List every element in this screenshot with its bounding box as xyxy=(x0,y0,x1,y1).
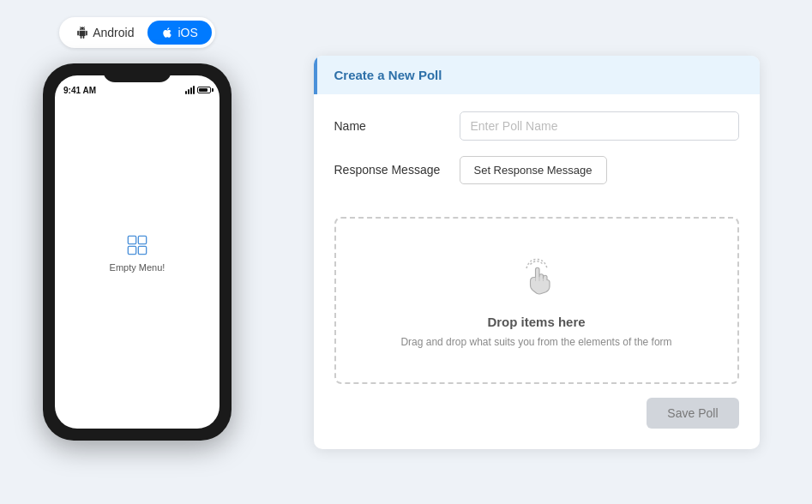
name-label: Name xyxy=(334,119,446,133)
svg-rect-2 xyxy=(128,246,135,254)
android-label: Android xyxy=(93,26,134,39)
drop-subtitle: Drag and drop what suits you from the el… xyxy=(400,336,671,348)
poll-header-title: Create a New Poll xyxy=(334,68,442,82)
phone-shell: 9:41 AM Empty Menu! xyxy=(43,63,232,441)
ios-label: iOS xyxy=(177,26,197,39)
signal-icon xyxy=(185,86,195,94)
android-tab[interactable]: Android xyxy=(63,21,147,45)
apple-icon xyxy=(161,27,173,39)
drop-zone: Drop items here Drag and drop what suits… xyxy=(334,217,739,384)
svg-rect-0 xyxy=(128,236,135,243)
empty-menu-label: Empty Menu! xyxy=(110,262,165,273)
battery-icon xyxy=(197,87,211,93)
set-response-button[interactable]: Set Response Message xyxy=(460,156,607,184)
drop-title: Drop items here xyxy=(487,315,585,329)
name-input[interactable] xyxy=(460,111,739,141)
name-row: Name xyxy=(334,111,739,141)
svg-rect-3 xyxy=(138,246,146,254)
poll-header: Create a New Poll xyxy=(314,56,760,94)
status-time: 9:41 AM xyxy=(63,86,96,95)
right-panel: Create a New Poll Name Response Message … xyxy=(274,0,812,504)
phone-notch xyxy=(103,63,171,82)
response-row: Response Message Set Response Message xyxy=(334,156,739,184)
left-panel: Android iOS 9:41 AM xyxy=(0,0,274,504)
ios-tab[interactable]: iOS xyxy=(147,21,211,45)
response-label: Response Message xyxy=(334,163,446,177)
poll-card: Create a New Poll Name Response Message … xyxy=(314,56,760,449)
empty-menu: Empty Menu! xyxy=(110,231,165,273)
phone-screen: 9:41 AM Empty Menu! xyxy=(55,75,220,429)
save-poll-button[interactable]: Save Poll xyxy=(647,398,738,429)
grid-icon xyxy=(123,231,151,259)
svg-rect-1 xyxy=(138,236,146,243)
poll-footer: Save Poll xyxy=(314,384,760,429)
platform-switcher: Android iOS xyxy=(59,17,215,48)
drag-icon xyxy=(511,253,562,304)
poll-body: Name Response Message Set Response Messa… xyxy=(314,94,760,217)
status-right xyxy=(185,86,211,94)
android-icon xyxy=(76,27,88,39)
